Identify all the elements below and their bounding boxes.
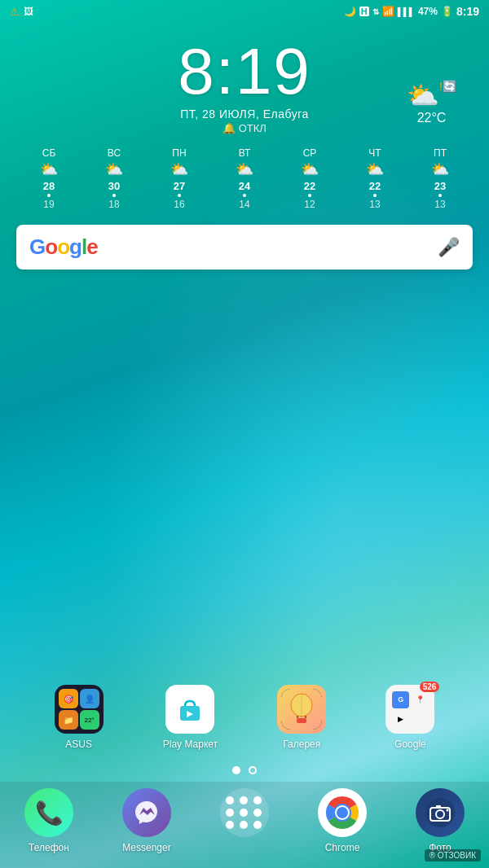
watermark: ® ОТЗОВИК	[425, 849, 481, 861]
app-icon-gallery[interactable]	[277, 685, 326, 734]
day-low: 16	[174, 199, 184, 210]
dock-app-play[interactable]: Play Маркет	[163, 685, 218, 750]
asus-sub-2: 👤	[80, 689, 99, 708]
status-right-icons: 🌙 H ⇅ 📶 ▌▌▌ 47% 🔋 8:19	[344, 5, 479, 18]
weather-day-icon: ⛅	[105, 160, 123, 178]
app-label: Play Маркет	[163, 739, 218, 750]
clock-time: 8:19	[178, 39, 311, 104]
app-label: ASUS	[65, 739, 92, 750]
apps-dot	[226, 821, 234, 829]
app-icon-apps[interactable]	[220, 788, 269, 837]
apps-dot	[240, 796, 248, 804]
day-weather-item: ПТ ⛅ 23 13	[431, 147, 449, 210]
dock-app-google-folder[interactable]: G 📍 ▶ 526Google	[385, 685, 434, 750]
clock-row: 8:19 ⛅!🔄 22°C	[0, 39, 489, 104]
play-icon-inner	[165, 685, 214, 734]
clock-widget: 8:19 ⛅!🔄 22°C ПТ, 28 ИЮЛЯ, Елабуга 🔔 ОТК…	[0, 23, 489, 134]
day-name: СР	[303, 147, 317, 159]
google-logo: Google	[29, 235, 98, 260]
apps-grid	[226, 796, 263, 829]
app-icon-messenger[interactable]	[122, 788, 171, 837]
day-name: ПН	[172, 147, 186, 159]
weather-day-icon: ⛅	[236, 160, 253, 178]
gsub-blank	[412, 711, 429, 728]
day-dot	[373, 194, 377, 197]
svg-point-19	[447, 809, 449, 812]
day-low: 19	[43, 199, 54, 210]
bottom-app-chrome[interactable]: Chrome	[318, 788, 367, 853]
app-icon-phone[interactable]: 📞	[24, 788, 73, 837]
phone-icon-inner: 📞	[24, 788, 73, 837]
gsub-g: G	[392, 691, 409, 708]
app-label: Google	[394, 739, 426, 750]
bottom-app-camera[interactable]: Фото	[416, 788, 465, 853]
app-icon-google-folder[interactable]: G 📍 ▶ 526	[385, 685, 434, 734]
image-icon: 🖼	[24, 6, 33, 17]
dock-app-gallery[interactable]: Галерея	[277, 685, 326, 750]
app-icon-play[interactable]	[165, 685, 214, 734]
up-down-icon: ⇅	[372, 7, 379, 16]
app-icon-chrome[interactable]	[318, 788, 367, 837]
bottom-dock: 📞Телефон Messenger Chrome Фото	[0, 782, 489, 868]
day-weather-item: ЧТ ⛅ 22 13	[366, 147, 384, 210]
day-name: ЧТ	[368, 147, 381, 159]
day-low: 18	[108, 199, 119, 210]
app-label: Телефон	[29, 842, 69, 853]
day-high: 27	[174, 180, 185, 192]
day-weather-item: ВС ⛅ 30 18	[105, 147, 123, 210]
asus-sub-4: 22°	[80, 710, 99, 730]
weather-widget-main: ⛅!🔄 22°C	[407, 80, 456, 125]
status-bar: ⚠ 🖼 🌙 H ⇅ 📶 ▌▌▌ 47% 🔋 8:19	[0, 0, 489, 23]
gsub-maps: 📍	[412, 691, 429, 708]
weather-day-icon: ⛅	[366, 160, 384, 178]
day-high: 22	[304, 180, 315, 192]
svg-rect-9	[297, 718, 306, 723]
bottom-app-apps[interactable]	[220, 788, 269, 842]
h-network-icon: H	[359, 7, 369, 16]
day-weather-item: СР ⛅ 22 12	[301, 147, 319, 210]
svg-rect-18	[436, 805, 441, 809]
day-dot	[243, 194, 246, 197]
weather-day-icon: ⛅	[431, 160, 449, 178]
day-dot	[308, 194, 311, 197]
day-dot	[112, 194, 116, 197]
day-high: 30	[108, 180, 120, 192]
day-low: 14	[239, 199, 249, 210]
day-high: 24	[239, 180, 250, 192]
moon-icon: 🌙	[344, 6, 356, 17]
app-icon-asus[interactable]: 🎯 👤 📁 22°	[55, 685, 104, 734]
alarm-text: 🔔 ОТКЛ	[0, 122, 489, 134]
apps-icon-inner	[220, 788, 269, 837]
weather-day-icon: ⛅	[301, 160, 319, 178]
status-left-icons: ⚠ 🖼	[10, 6, 33, 18]
status-time: 8:19	[456, 5, 479, 18]
gsub-yt: ▶	[392, 711, 409, 728]
apps-dot	[226, 796, 234, 804]
asus-sub-1: 🎯	[59, 689, 78, 708]
day-dot	[438, 194, 442, 197]
apps-dot	[253, 796, 262, 804]
day-high: 28	[43, 180, 55, 192]
page-dot[interactable]	[249, 766, 257, 774]
dock-apps-row: 🎯 👤 📁 22° ASUS Play Маркет Галерея G 📍	[16, 685, 473, 750]
mic-icon[interactable]: 🎤	[438, 237, 460, 258]
page-dots	[16, 766, 473, 774]
dock-app-asus[interactable]: 🎯 👤 📁 22° ASUS	[55, 685, 104, 750]
app-label: Messenger	[122, 842, 170, 853]
bottom-app-messenger[interactable]: Messenger	[122, 788, 171, 853]
day-weather-item: СБ ⛅ 28 19	[40, 147, 58, 210]
app-icon-camera[interactable]	[416, 788, 465, 837]
apps-dot	[226, 809, 234, 817]
bottom-app-phone[interactable]: 📞Телефон	[24, 788, 73, 853]
svg-point-14	[337, 807, 348, 818]
battery-percent: 47%	[418, 6, 438, 17]
google-search-bar[interactable]: Google 🎤	[16, 225, 473, 270]
battery-icon: 🔋	[441, 6, 453, 17]
day-low: 12	[304, 199, 315, 210]
app-label: Chrome	[325, 842, 360, 853]
apps-dot	[253, 809, 262, 817]
app-label: Галерея	[283, 739, 320, 750]
page-dot[interactable]	[232, 766, 240, 774]
gallery-icon-inner	[277, 685, 326, 734]
day-weather-item: ПН ⛅ 27 16	[170, 147, 188, 210]
